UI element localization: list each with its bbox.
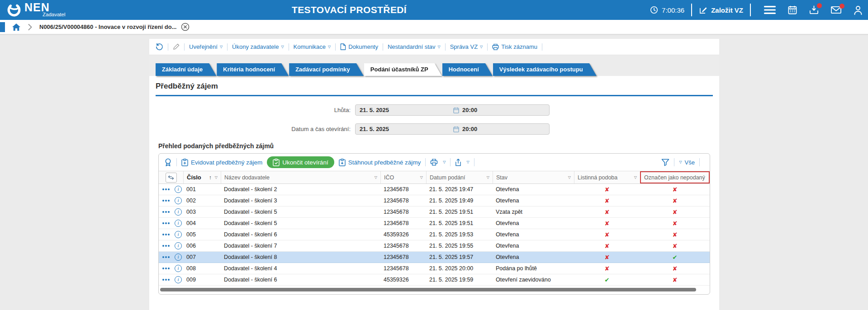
filter-chevron-icon[interactable]: ▽: [634, 175, 637, 179]
row-menu-button[interactable]: [162, 279, 171, 281]
cell-cislo: 009: [183, 277, 221, 283]
home-button[interactable]: [12, 23, 21, 31]
printer-icon: [492, 44, 499, 50]
export-menu-button[interactable]: ▽: [455, 159, 469, 166]
filter-chevron-icon[interactable]: ▽: [487, 175, 489, 179]
column-header[interactable]: Datum podání ▽: [426, 171, 493, 183]
row-menu-button[interactable]: [162, 245, 171, 247]
horizontal-scrollbar[interactable]: [160, 288, 696, 291]
column-header[interactable]: IČO ▽: [380, 171, 426, 183]
info-icon[interactable]: i: [175, 265, 182, 272]
tab[interactable]: Hodnocení: [442, 63, 493, 76]
print-menu-button[interactable]: ▽: [430, 159, 446, 166]
tab[interactable]: Základní údaje: [156, 63, 216, 76]
profile-button[interactable]: [854, 5, 863, 15]
info-icon[interactable]: i: [175, 276, 182, 283]
close-record-button[interactable]: [181, 23, 190, 31]
row-menu-button[interactable]: [162, 222, 171, 224]
info-icon[interactable]: i: [175, 231, 182, 238]
cell-cislo: 007: [183, 254, 221, 260]
row-menu-button[interactable]: [162, 256, 171, 258]
create-vz-button[interactable]: Založit VZ: [699, 6, 743, 14]
cell-cislo: 003: [183, 209, 221, 215]
tab[interactable]: Kritéria hodnocení: [217, 63, 289, 76]
table-row[interactable]: i 009 Dodavatel - školení 6 45359326 21.…: [159, 274, 710, 286]
cell-listinna-podoba: ✘: [574, 254, 640, 261]
info-icon[interactable]: i: [175, 186, 182, 193]
register-interest-button[interactable]: Evidovat předběžný zájem: [181, 159, 262, 166]
table-row[interactable]: i 005 Dodavatel - školení 6 45359326 21.…: [159, 229, 710, 240]
column-header[interactable]: Název dodavatele ▽: [221, 171, 380, 183]
nen-logo[interactable]: NEN Zadavatel: [6, 2, 66, 18]
cell-stav: Podána po lhůtě: [493, 265, 574, 272]
info-icon[interactable]: i: [175, 208, 182, 216]
actionbar-item[interactable]: Tisk záznamu: [492, 43, 537, 50]
grid-toolbar: Evidovat předběžný zájem Ukončit otevírá…: [159, 154, 710, 171]
filter-chevron-icon[interactable]: ▽: [420, 175, 423, 179]
filter-chevron-icon[interactable]: ▽: [375, 175, 377, 179]
actionbar-item[interactable]: Komunikace ▽: [294, 43, 331, 50]
tab[interactable]: Výsledek zadávacího postupu: [493, 63, 597, 76]
field-label: Lhůta:: [149, 107, 351, 113]
column-header[interactable]: Listinná podoba ▽: [574, 171, 640, 183]
edit-record-button[interactable]: [173, 43, 180, 50]
breadcrumb-record-tab[interactable]: N006/25/V00004860 - Inovace v rozvoji ří…: [39, 23, 176, 30]
cell-stav: Otevřena: [493, 243, 574, 249]
cell-cislo: 005: [183, 231, 221, 238]
calendar-icon: [788, 5, 797, 14]
row-menu-button[interactable]: [162, 188, 171, 190]
row-menu-button[interactable]: [162, 200, 171, 202]
inbox-notification-badge: [817, 3, 822, 8]
info-icon[interactable]: i: [175, 254, 182, 261]
column-header[interactable]: Stav ▽: [493, 171, 574, 183]
info-icon[interactable]: i: [175, 197, 182, 204]
tab[interactable]: Podání účastníků ZP: [364, 63, 442, 76]
inbox-button[interactable]: [809, 5, 819, 14]
view-all-filter[interactable]: ▽ Vše: [679, 159, 695, 166]
column-header[interactable]: Číslo ↑ ▽: [183, 171, 221, 183]
info-icon[interactable]: i: [175, 242, 182, 249]
menu-button[interactable]: [764, 6, 776, 14]
grid-title: Přehled podaných předběžných zájmů: [158, 142, 710, 150]
cell-nazev-dodavatele: Dodavatel - školení 6: [221, 231, 380, 238]
sort-ascending-icon[interactable]: ↑: [209, 174, 212, 181]
actionbar-item[interactable]: Dokumenty: [340, 43, 378, 50]
table-row[interactable]: i 003 Dodavatel - školení 5 12345678 21.…: [159, 207, 710, 218]
column-settings-button[interactable]: [166, 173, 177, 183]
award-button[interactable]: [164, 158, 172, 167]
calendar-button[interactable]: [788, 5, 797, 14]
topbar-separator: [691, 4, 692, 16]
table-row[interactable]: i 002 Dodavatel - školení 3 12345678 21.…: [159, 195, 710, 207]
column-header[interactable]: Označen jako nepodaný: [640, 171, 710, 183]
chevron-right-icon: [28, 24, 32, 30]
tab[interactable]: Zadávací podmínky: [289, 63, 364, 76]
row-menu-button[interactable]: [162, 268, 171, 269]
actionbar-item-label: Správa VZ: [450, 43, 478, 50]
info-icon[interactable]: i: [175, 220, 182, 227]
actionbar-item[interactable]: Nestandardní stav ▽: [388, 43, 441, 50]
datetime-field[interactable]: 21. 5. 2025 20:00: [355, 123, 550, 135]
filter-chevron-icon[interactable]: ▽: [568, 175, 571, 179]
row-menu-button[interactable]: [162, 211, 171, 213]
actionbar-item[interactable]: Úkony zadavatele ▽: [232, 43, 284, 50]
funnel-icon: [661, 159, 669, 166]
actionbar-item[interactable]: Uveřejnění ▽: [189, 43, 223, 50]
download-interests-button[interactable]: Stáhnout předběžné zájmy: [339, 159, 421, 166]
table-row[interactable]: i 007 Dodavatel - školení 8 12345678 21.…: [159, 252, 710, 263]
filter-chevron-icon[interactable]: ▽: [215, 175, 218, 179]
row-menu-button[interactable]: [162, 234, 171, 235]
record-action-bar: Uveřejnění ▽ Úkony zadavatele ▽ Komunika…: [149, 39, 719, 55]
table-row[interactable]: i 001 Dodavatel - školení 2 12345678 21.…: [159, 184, 710, 195]
logo-text: NEN: [24, 2, 66, 13]
filter-button[interactable]: [661, 159, 669, 166]
table-row[interactable]: i 004 Dodavatel - školení 5 12345678 21.…: [159, 218, 710, 229]
messages-button[interactable]: [831, 6, 841, 14]
finish-opening-button[interactable]: Ukončit otevírání: [267, 156, 334, 168]
row-actions-cell: i: [159, 254, 183, 261]
table-row[interactable]: i 006 Dodavatel - školení 7 12345678 21.…: [159, 240, 710, 252]
table-row[interactable]: i 008 Dodavatel - školení 4 12345678 21.…: [159, 263, 710, 274]
history-button[interactable]: [156, 43, 163, 51]
datetime-field[interactable]: 21. 5. 2025 20:00: [355, 104, 550, 116]
share-icon: [455, 159, 461, 166]
actionbar-item[interactable]: Správa VZ ▽: [450, 43, 483, 50]
